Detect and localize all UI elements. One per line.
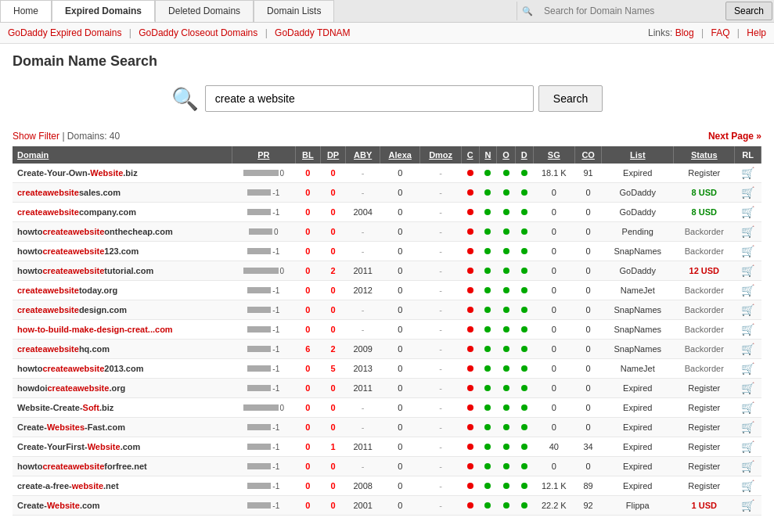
cell-domain: createawebsitehq.com [13, 340, 232, 359]
cell-rl[interactable]: 🛒 [735, 300, 761, 320]
cell-rl[interactable]: 🛒 [735, 398, 761, 418]
domain-link[interactable]: howtocreateawebsiteforfree.net [17, 462, 147, 471]
domain-search-button[interactable]: Search [538, 85, 603, 112]
cell-aby: 2011 [346, 261, 380, 281]
tab-home[interactable]: Home [0, 0, 52, 22]
cart-icon[interactable]: 🛒 [741, 362, 754, 375]
domain-link[interactable]: createawebsitedesign.com [17, 305, 127, 315]
domain-search-input[interactable] [205, 85, 534, 112]
col-d[interactable]: D [515, 146, 533, 164]
tab-domain-lists[interactable]: Domain Lists [254, 0, 334, 22]
cart-icon[interactable]: 🛒 [741, 323, 754, 336]
domain-link[interactable]: howtocreateawebsiteonthecheap.com [17, 227, 173, 236]
cart-icon[interactable]: 🛒 [741, 499, 754, 512]
cart-icon[interactable]: 🛒 [741, 206, 754, 218]
cell-rl[interactable]: 🛒 [735, 320, 761, 340]
col-bl[interactable]: BL [295, 146, 320, 164]
cell-o [497, 340, 516, 359]
domain-link[interactable]: createawebsitetoday.org [17, 286, 117, 295]
col-dmoz[interactable]: Dmoz [420, 146, 461, 164]
cell-rl[interactable]: 🛒 [735, 203, 761, 222]
col-o[interactable]: O [497, 146, 516, 164]
col-domain[interactable]: Domain [13, 146, 232, 164]
domain-link[interactable]: create-a-free-website.net [17, 481, 119, 491]
show-filter-link[interactable]: Show Filter [13, 131, 59, 142]
col-rl[interactable]: RL [735, 146, 761, 164]
col-co[interactable]: CO [575, 146, 602, 164]
cart-icon[interactable]: 🛒 [741, 186, 754, 199]
domain-link[interactable]: createawebsitecompany.com [17, 207, 136, 217]
cell-list: Expired [602, 437, 674, 457]
subnav-godaddy-tdnam[interactable]: GoDaddy TDNAM [275, 27, 350, 38]
domain-link[interactable]: how-to-build-make-design-creat...com [17, 325, 173, 334]
cell-c [461, 222, 479, 242]
cell-rl[interactable]: 🛒 [735, 457, 761, 476]
cell-rl[interactable]: 🛒 [735, 437, 761, 457]
next-page-link[interactable]: Next Page » [708, 131, 761, 142]
domain-link[interactable]: howtocreateawebsite123.com [17, 246, 139, 256]
cart-icon[interactable]: 🛒 [741, 264, 754, 277]
col-alexa[interactable]: Alexa [380, 146, 420, 164]
cart-icon[interactable]: 🛒 [741, 304, 754, 316]
tab-expired-domains[interactable]: Expired Domains [52, 0, 155, 22]
col-pr[interactable]: PR [232, 146, 295, 164]
cell-bl: 0 [295, 398, 320, 418]
cart-icon[interactable]: 🛒 [741, 480, 754, 492]
col-sg[interactable]: SG [533, 146, 574, 164]
domain-link[interactable]: howdoicreateawebsite.org [17, 383, 125, 393]
cell-status: Backorder [674, 320, 735, 340]
cell-co: 0 [575, 203, 602, 222]
domain-link[interactable]: Create-Website.com [17, 501, 100, 510]
cell-rl[interactable]: 🛒 [735, 183, 761, 203]
domain-link[interactable]: howtocreateawebsite2013.com [17, 364, 143, 373]
cart-icon[interactable]: 🛒 [741, 167, 754, 179]
cell-rl[interactable]: 🛒 [735, 281, 761, 300]
subnav-godaddy-closeout[interactable]: GoDaddy Closeout Domains [139, 27, 257, 38]
cart-icon[interactable]: 🛒 [741, 382, 754, 394]
cell-rl[interactable]: 🛒 [735, 222, 761, 242]
cell-co: 0 [575, 418, 602, 437]
cell-pr: -1 [232, 281, 295, 300]
domain-link[interactable]: Create-YourFirst-Website.com [17, 442, 140, 451]
cart-icon[interactable]: 🛒 [741, 421, 754, 433]
cell-rl[interactable]: 🛒 [735, 164, 761, 183]
top-search-input[interactable] [538, 2, 725, 20]
cell-co: 0 [575, 340, 602, 359]
cell-rl[interactable]: 🛒 [735, 359, 761, 379]
col-dp[interactable]: DP [320, 146, 346, 164]
cart-icon[interactable]: 🛒 [741, 245, 754, 257]
domain-link[interactable]: Create-Your-Own-Website.biz [17, 168, 138, 178]
cell-rl[interactable]: 🛒 [735, 242, 761, 261]
cell-list: Expired [602, 418, 674, 437]
cell-rl[interactable]: 🛒 [735, 340, 761, 359]
cart-icon[interactable]: 🛒 [741, 343, 754, 355]
col-c[interactable]: C [461, 146, 479, 164]
col-aby[interactable]: ABY [346, 146, 380, 164]
col-status[interactable]: Status [674, 146, 735, 164]
link-faq[interactable]: FAQ [711, 27, 730, 38]
cell-rl[interactable]: 🛒 [735, 418, 761, 437]
cart-icon[interactable]: 🛒 [741, 284, 754, 297]
col-n[interactable]: N [479, 146, 497, 164]
cell-rl[interactable]: 🛒 [735, 379, 761, 398]
link-help[interactable]: Help [747, 27, 766, 38]
top-search-button[interactable]: Search [725, 2, 772, 20]
tab-deleted-domains[interactable]: Deleted Domains [155, 0, 254, 22]
cart-icon[interactable]: 🛒 [741, 225, 754, 238]
cart-icon[interactable]: 🛒 [741, 440, 754, 453]
cell-d [515, 183, 533, 203]
domain-link[interactable]: howtocreateawebsitetutorial.com [17, 266, 153, 275]
cell-rl[interactable]: 🛒 [735, 261, 761, 281]
domain-link[interactable]: createawebsitehq.com [17, 344, 110, 354]
col-list[interactable]: List [602, 146, 674, 164]
cell-domain: createawebsitedesign.com [13, 300, 232, 320]
link-blog[interactable]: Blog [675, 27, 694, 38]
domain-link[interactable]: Create-Websites-Fast.com [17, 422, 125, 432]
cart-icon[interactable]: 🛒 [741, 460, 754, 473]
cart-icon[interactable]: 🛒 [741, 401, 754, 414]
cell-rl[interactable]: 🛒 [735, 476, 761, 496]
domain-link[interactable]: Website-Create-Soft.biz [17, 403, 113, 412]
cell-rl[interactable]: 🛒 [735, 496, 761, 516]
subnav-godaddy-expired[interactable]: GoDaddy Expired Domains [8, 27, 121, 38]
domain-link[interactable]: createawebsitesales.com [17, 188, 121, 197]
